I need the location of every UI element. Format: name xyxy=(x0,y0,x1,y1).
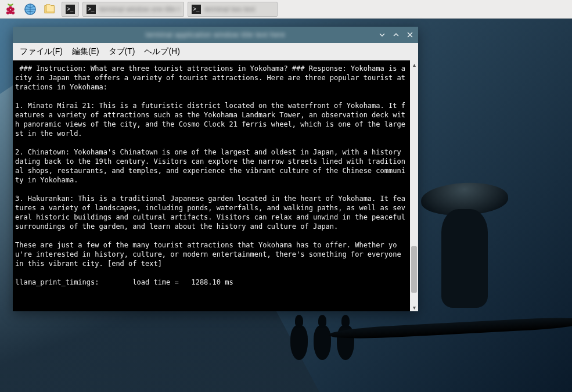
window-titlebar[interactable]: terminal application window title text h… xyxy=(13,27,418,43)
wallpaper-bird xyxy=(290,325,308,360)
scroll-thumb[interactable] xyxy=(411,246,417,293)
taskbar-task-terminal-2[interactable]: >_ terminal two text xyxy=(188,2,278,17)
taskbar-task-label: terminal two text xyxy=(204,5,255,13)
chevron-up-icon xyxy=(393,31,400,38)
taskbar-task-label: terminal window one title text xyxy=(99,5,180,13)
menu-file[interactable]: ファイル(F) xyxy=(16,45,66,59)
scroll-up-button[interactable]: ▴ xyxy=(410,60,418,69)
maximize-button[interactable] xyxy=(391,30,401,39)
svg-text:>_: >_ xyxy=(67,6,74,12)
start-menu-button[interactable] xyxy=(2,1,19,17)
folder-icon xyxy=(44,3,56,16)
terminal-output[interactable]: ### Instruction: What are three tourist … xyxy=(13,60,410,311)
menu-edit[interactable]: 編集(E) xyxy=(69,45,103,59)
taskbar: >_ >_ terminal window one title text >_ … xyxy=(0,0,572,19)
close-icon xyxy=(406,31,413,38)
svg-point-3 xyxy=(6,11,9,14)
window-title: terminal application window title text h… xyxy=(13,31,418,39)
terminal-icon: >_ xyxy=(192,5,201,14)
svg-text:>_: >_ xyxy=(193,6,200,12)
scroll-down-button[interactable]: ▾ xyxy=(410,303,418,311)
terminal-window: terminal application window title text h… xyxy=(13,27,418,311)
close-button[interactable] xyxy=(405,30,415,39)
svg-point-5 xyxy=(9,6,12,9)
chevron-down-icon xyxy=(379,31,386,38)
wallpaper-bird xyxy=(314,325,331,360)
terminal-icon: >_ xyxy=(87,5,96,14)
web-browser-launcher[interactable] xyxy=(22,1,38,17)
scrollbar[interactable]: ▴ ▾ xyxy=(410,60,418,311)
globe-icon xyxy=(24,3,37,16)
terminal-icon: >_ xyxy=(66,5,75,14)
taskbar-task-terminal-1[interactable]: >_ terminal window one title text xyxy=(82,2,184,17)
svg-point-4 xyxy=(12,11,15,14)
menu-tab[interactable]: タブ(T) xyxy=(105,45,139,59)
menubar: ファイル(F) 編集(E) タブ(T) ヘルプ(H) xyxy=(13,43,418,60)
svg-text:>_: >_ xyxy=(88,6,95,12)
taskbar-task-terminal-minimal[interactable]: >_ xyxy=(62,2,79,17)
raspberry-pi-icon xyxy=(3,2,17,16)
minimize-button[interactable] xyxy=(377,30,387,39)
file-manager-launcher[interactable] xyxy=(42,1,58,17)
menu-help[interactable]: ヘルプ(H) xyxy=(141,45,183,59)
